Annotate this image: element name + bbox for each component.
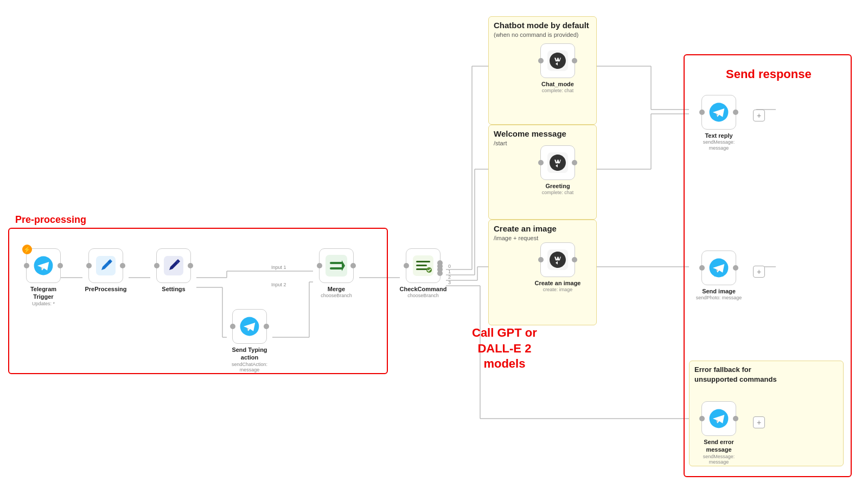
svg-text:3: 3 — [448, 280, 451, 285]
check-command-icon — [413, 255, 433, 276]
openai-chat-icon — [547, 50, 568, 71]
greeting-left-dot — [538, 160, 544, 165]
send-response-label: Send response — [726, 67, 812, 81]
text-reply-right-dot — [733, 110, 738, 115]
settings-node[interactable]: Settings — [152, 248, 195, 293]
welcome-msg-title: Welcome message — [494, 129, 566, 138]
lightning-badge: ⚡ — [22, 245, 32, 254]
chat-mode-sublabel: complete: chat — [542, 88, 574, 94]
send-typing-left-dot — [230, 324, 235, 329]
openai-create-image-icon — [547, 249, 568, 270]
chat-mode-label-text: Chat_mode — [541, 80, 574, 88]
trigger-left-dot — [24, 263, 29, 268]
send-error-label-text: Send error message — [694, 438, 743, 454]
merge-left-dot — [317, 263, 322, 268]
svg-rect-44 — [330, 262, 343, 264]
telegram-trigger-node[interactable]: ⚡ Telegram Trigger Updates: * — [22, 248, 65, 306]
send-error-plus-button[interactable]: + — [753, 416, 765, 428]
text-reply-plus-button[interactable]: + — [753, 110, 765, 121]
svg-rect-50 — [416, 265, 427, 266]
preprocessing-label-text: PreProcessing — [85, 285, 126, 293]
greeting-right-dot — [572, 160, 577, 165]
greeting-label-text: Greeting — [545, 182, 570, 190]
trigger-right-dot — [58, 263, 63, 268]
check-command-node[interactable]: CheckCommand chooseBranch — [399, 248, 448, 299]
settings-left-dot — [154, 263, 159, 268]
send-error-left-dot — [699, 416, 705, 421]
settings-label-text: Settings — [162, 285, 185, 293]
preprocessing-icon-wrap — [88, 248, 123, 283]
merge-icon — [326, 255, 347, 277]
merge-node[interactable]: Merge chooseBranch — [312, 248, 361, 299]
create-image-icon-wrap — [540, 242, 575, 277]
send-typing-telegram-icon — [239, 316, 260, 337]
chatbot-mode-subtitle: (when no command is provided) — [494, 31, 579, 38]
create-image-left-dot — [538, 257, 544, 262]
send-image-node[interactable]: Send image sendPhoto: message — [694, 251, 743, 301]
send-image-telegram-icon — [709, 258, 729, 278]
chatbot-mode-title: Chatbot mode by default — [494, 21, 589, 30]
merge-label-text: Merge — [328, 285, 345, 293]
greeting-icon-wrap — [540, 145, 575, 180]
text-reply-icon-wrap — [701, 95, 736, 130]
greeting-node[interactable]: Greeting complete: chat — [533, 145, 582, 196]
svg-text:1: 1 — [448, 269, 451, 274]
chat-mode-node[interactable]: Chat_mode complete: chat — [533, 43, 582, 94]
chat-mode-right-dot — [572, 58, 577, 63]
preprocessing-left-dot — [86, 263, 92, 268]
telegram-trigger-label: Telegram Trigger — [22, 285, 65, 301]
create-image-sublabel: create: image — [543, 287, 573, 293]
text-reply-sublabel: sendMessage: message — [694, 139, 743, 151]
merge-sublabel-text: chooseBranch — [321, 293, 352, 299]
create-image-title: Create an image — [494, 224, 557, 233]
send-image-sublabel: sendPhoto: message — [696, 295, 742, 301]
svg-rect-49 — [416, 261, 430, 262]
settings-icon-wrap — [156, 248, 191, 283]
check-command-left-dot — [404, 263, 409, 268]
send-typing-icon-wrap — [232, 309, 267, 344]
check-command-label-text: CheckCommand — [400, 285, 447, 293]
send-typing-right-dot — [264, 324, 269, 329]
welcome-msg-subtitle: /start — [494, 140, 507, 146]
send-error-telegram-icon — [709, 408, 729, 429]
pencil-blue-icon — [96, 256, 116, 275]
telegram-trigger-icon-wrap: ⚡ — [26, 248, 61, 283]
preprocessing-label: Pre-processing — [15, 214, 86, 226]
text-reply-label-text: Text reply — [705, 132, 732, 139]
send-typing-node[interactable]: Send Typing action sendChatAction: messa… — [225, 309, 274, 373]
svg-text:0: 0 — [448, 264, 451, 269]
send-error-icon-wrap — [701, 401, 736, 436]
svg-rect-45 — [330, 267, 343, 269]
send-error-node[interactable]: Send error message sendMessage: message — [694, 401, 743, 465]
call-gpt-label: Call GPT orDALL-E 2models — [472, 325, 537, 372]
svg-rect-51 — [416, 268, 428, 270]
create-image-node[interactable]: Create an image create: image — [533, 242, 582, 293]
send-image-right-dot — [733, 265, 738, 271]
send-typing-sublabel: sendChatAction: message — [225, 362, 274, 374]
workflow-canvas: Input 1 Input 2 0 1 2 3 Pre-processing S… — [0, 0, 868, 488]
chat-mode-icon-wrap — [540, 43, 575, 78]
chat-mode-left-dot — [538, 58, 544, 63]
send-image-icon-wrap — [701, 251, 736, 285]
settings-right-dot — [188, 263, 193, 268]
telegram-trigger-sublabel: Updates: * — [32, 301, 55, 307]
send-error-sublabel: sendMessage: message — [694, 454, 743, 466]
check-command-right-dot-3 — [437, 271, 443, 276]
create-image-label-text: Create an image — [535, 279, 581, 287]
greeting-sublabel: complete: chat — [542, 190, 574, 196]
openai-greeting-icon — [547, 152, 568, 173]
send-error-right-dot — [733, 416, 738, 421]
send-image-left-dot — [699, 265, 705, 271]
create-image-subtitle: /image + request — [494, 235, 538, 241]
preprocessing-node[interactable]: PreProcessing — [84, 248, 127, 293]
check-command-sublabel: chooseBranch — [407, 293, 439, 299]
send-image-plus-button[interactable]: + — [753, 266, 765, 278]
text-reply-node[interactable]: Text reply sendMessage: message — [694, 95, 743, 151]
merge-icon-wrap — [319, 248, 354, 283]
send-typing-label-text: Send Typing action — [225, 346, 274, 362]
pencil-dark-icon — [164, 256, 183, 275]
create-image-right-dot — [572, 257, 577, 262]
preprocessing-right-dot — [120, 263, 125, 268]
telegram-icon — [33, 255, 54, 276]
svg-text:2: 2 — [448, 274, 451, 280]
